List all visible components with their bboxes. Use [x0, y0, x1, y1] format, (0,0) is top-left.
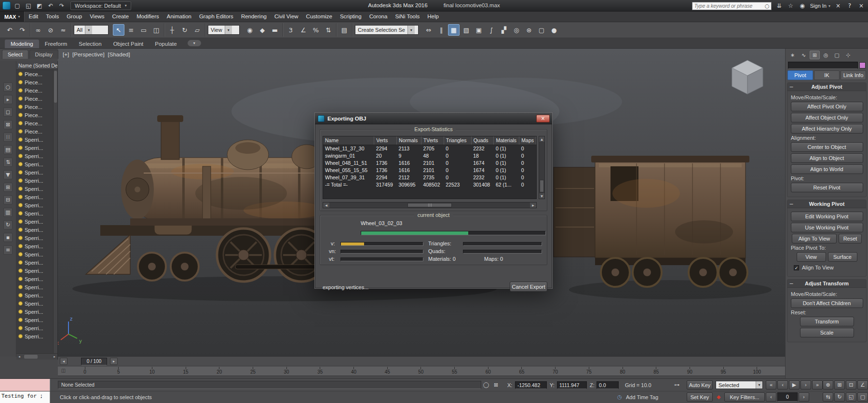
- timeline-tick[interactable]: 40: [348, 366, 360, 376]
- previous-frame-icon[interactable]: ◂: [60, 358, 68, 365]
- timeline-tick[interactable]: 0: [79, 366, 91, 376]
- ribbon-tab[interactable]: Modeling: [5, 40, 39, 48]
- table-row[interactable]: swingarm_0120 948 018 0 (1)0: [323, 152, 536, 159]
- time-tag-icon[interactable]: ◷: [617, 394, 622, 400]
- align-icon[interactable]: ∥: [435, 24, 447, 36]
- statistics-table[interactable]: NameVertsNormalsTVertsTrianglesQuadsMate…: [323, 136, 537, 199]
- ribbon-tab[interactable]: Object Paint: [108, 40, 149, 48]
- percent-snap-icon[interactable]: %: [310, 24, 322, 36]
- object-type-icon[interactable]: [18, 334, 23, 338]
- scene-object-row[interactable]: Piece...: [16, 103, 53, 111]
- maxscript-mini-listener[interactable]: Testing for ;: [0, 391, 50, 403]
- curve-editor-icon[interactable]: ∫: [486, 24, 497, 36]
- scene-object-row[interactable]: Sperri...: [16, 185, 53, 193]
- timeline-tick[interactable]: 90: [684, 366, 695, 376]
- menu-item[interactable]: Graph Editors: [195, 12, 237, 22]
- scene-object-row[interactable]: Piece...: [16, 70, 53, 78]
- next-frame-icon[interactable]: ▸: [110, 358, 118, 365]
- scene-object-row[interactable]: Sperri...: [16, 332, 53, 340]
- chevron-down-icon[interactable]: ▾: [756, 381, 762, 389]
- object-type-icon[interactable]: [18, 318, 23, 322]
- time-slider-track[interactable]: ◂ 0 / 100 ▸: [58, 357, 785, 366]
- menu-item[interactable]: Views: [86, 12, 108, 22]
- scene-object-row[interactable]: Sperri...: [16, 267, 53, 275]
- timeline-tick[interactable]: 65: [516, 366, 528, 376]
- table-row[interactable]: Wheel_055_15_551736 16162101 01674 0 (1)…: [323, 166, 536, 174]
- explorer-select-icon[interactable]: ▸: [3, 95, 13, 104]
- object-type-icon[interactable]: [18, 269, 23, 273]
- menu-item[interactable]: Help: [423, 12, 443, 22]
- center-to-object-button[interactable]: Center to Object: [791, 142, 863, 152]
- scene-object-row[interactable]: Sperri...: [16, 201, 53, 209]
- affect-hierarchy-only-button[interactable]: Affect Hierarchy Only: [791, 124, 863, 134]
- object-type-icon[interactable]: [18, 219, 23, 224]
- toggle-scene-explorer-icon[interactable]: ▦: [448, 24, 460, 36]
- scene-object-row[interactable]: Sperri...: [16, 209, 53, 217]
- object-type-icon[interactable]: [18, 154, 23, 158]
- scroll-left-icon[interactable]: ◂: [16, 355, 22, 359]
- column-header[interactable]: Name: [323, 136, 374, 145]
- align-to-world-button[interactable]: Align to World: [791, 164, 863, 174]
- scroll-right-icon[interactable]: ▶: [530, 202, 536, 208]
- hierarchy-subtab[interactable]: Link Info: [841, 70, 866, 80]
- timeline-tick[interactable]: 60: [482, 366, 494, 376]
- new-scene-icon[interactable]: ▢: [13, 1, 22, 10]
- table-row[interactable]: -= Total =-317459 309695408502 225233014…: [323, 181, 536, 188]
- object-type-icon[interactable]: [18, 129, 23, 134]
- display-tab-icon[interactable]: ▢: [832, 51, 842, 59]
- window-crossing-icon[interactable]: ◫: [150, 24, 162, 36]
- select-and-rotate-icon[interactable]: ↻: [179, 24, 190, 36]
- select-and-manipulate-icon[interactable]: ◆: [257, 24, 268, 36]
- explorer-options-icon[interactable]: ≡: [3, 245, 13, 255]
- timeline-tick[interactable]: 20: [214, 366, 225, 376]
- reset-working-pivot-button[interactable]: Reset: [839, 234, 862, 243]
- object-type-icon[interactable]: [18, 309, 23, 314]
- previous-key-button[interactable]: ‹: [766, 392, 776, 402]
- object-type-icon[interactable]: [18, 203, 23, 207]
- schematic-view-icon[interactable]: ▞: [498, 24, 510, 36]
- menu-item[interactable]: Rendering: [237, 12, 271, 22]
- set-key-dot-icon[interactable]: ◆: [717, 394, 720, 400]
- viewcube[interactable]: [732, 60, 763, 94]
- object-type-icon[interactable]: [18, 326, 23, 330]
- chevron-down-icon[interactable]: ▾: [407, 26, 415, 34]
- scroll-right-icon[interactable]: ▸: [52, 355, 57, 359]
- scene-object-row[interactable]: Sperri...: [16, 168, 53, 176]
- lock-icon[interactable]: ⊠: [494, 382, 498, 388]
- object-type-icon[interactable]: [18, 260, 23, 265]
- keyboard-shortcut-override-icon[interactable]: ▬: [269, 24, 281, 36]
- column-header[interactable]: Verts: [374, 136, 397, 145]
- sign-in-avatar-icon[interactable]: ◉: [799, 2, 806, 9]
- maximize-viewport-icon[interactable]: ◱: [846, 392, 856, 402]
- align-to-view-button[interactable]: Align To View: [792, 234, 837, 243]
- explorer-pin-icon[interactable]: ▪: [3, 233, 13, 242]
- selection-filter-dropdown[interactable]: All ▾: [74, 25, 108, 35]
- scene-object-row[interactable]: Sperri...: [16, 275, 53, 283]
- edit-working-pivot-button[interactable]: Edit Working Pivot: [791, 212, 863, 221]
- y-coordinate-field[interactable]: 1111.947: [557, 381, 587, 389]
- auto-key-button[interactable]: Auto Key: [687, 380, 713, 390]
- object-type-icon[interactable]: [18, 228, 23, 232]
- explorer-tab[interactable]: Select: [2, 50, 28, 59]
- explorer-expand-all-icon[interactable]: ⊞: [3, 183, 13, 192]
- rendered-frame-window-icon[interactable]: ▢: [536, 24, 547, 36]
- timeline-tick[interactable]: 10: [146, 366, 158, 376]
- timeline-tick[interactable]: 5: [113, 366, 124, 376]
- scene-object-row[interactable]: Sperri...: [16, 316, 53, 324]
- scene-object-row[interactable]: Piece...: [16, 94, 53, 103]
- rectangular-selection-region-icon[interactable]: ▭: [138, 24, 149, 36]
- communication-center-icon[interactable]: ⇊: [775, 2, 783, 9]
- menu-item[interactable]: Group: [63, 12, 86, 22]
- scene-object-row[interactable]: Sperri...: [16, 226, 53, 234]
- utilities-tab-icon[interactable]: ⊹: [843, 51, 853, 59]
- next-frame-button[interactable]: ›: [800, 380, 811, 390]
- unlink-selection-icon[interactable]: ⊘: [45, 24, 56, 36]
- explorer-hierarchy-icon[interactable]: ∷: [3, 133, 13, 142]
- hierarchy-subtab[interactable]: Pivot: [787, 70, 813, 80]
- scene-object-row[interactable]: Sperri...: [16, 324, 53, 332]
- viewport-menu-pov[interactable]: [Perspective]: [72, 52, 104, 57]
- menu-item[interactable]: SiNi Tools: [391, 12, 423, 22]
- explorer-sync-icon[interactable]: ↻: [3, 220, 13, 229]
- mirror-icon[interactable]: ⇔: [423, 24, 434, 36]
- zoom-icon[interactable]: ⊕: [823, 380, 833, 390]
